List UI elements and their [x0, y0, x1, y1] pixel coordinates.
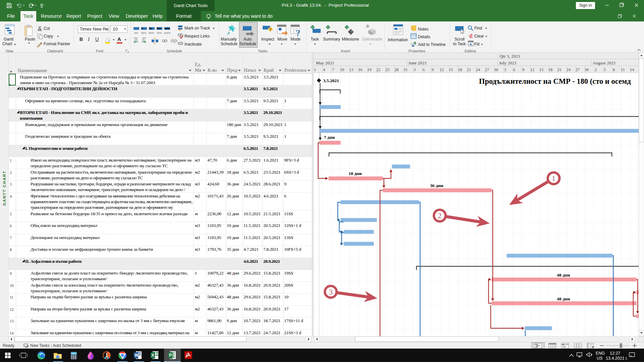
- svg-text:24: 24: [476, 67, 480, 72]
- svg-text:9: 9: [522, 67, 524, 72]
- svg-text:11: 11: [621, 67, 625, 72]
- svg-text:Qtr 3, 2021: Qtr 3, 2021: [500, 54, 521, 59]
- svg-text:14: 14: [630, 67, 634, 72]
- svg-text:12:27: 12:27: [610, 351, 620, 356]
- svg-text:8: 8: [613, 67, 615, 72]
- svg-text:15: 15: [539, 67, 544, 72]
- svg-text:US: US: [597, 356, 602, 361]
- svg-text:12: 12: [530, 67, 535, 72]
- svg-text:10: 10: [340, 67, 344, 72]
- svg-text:21: 21: [467, 67, 471, 72]
- svg-text:22: 22: [376, 67, 381, 72]
- svg-text:1: 1: [552, 174, 556, 183]
- svg-text:100%: 100%: [164, 32, 170, 35]
- svg-text:48 дни: 48 дни: [557, 296, 570, 301]
- svg-text:50%: 50%: [149, 32, 154, 35]
- svg-text:21: 21: [557, 67, 562, 72]
- svg-text:4: 4: [323, 67, 325, 72]
- svg-text:June 2021: June 2021: [409, 60, 427, 65]
- svg-text:31: 31: [404, 67, 408, 72]
- svg-text:6: 6: [513, 67, 515, 72]
- svg-text:Продължителност на СМР - 180 (: Продължителност на СМР - 180 (сто и осем…: [479, 77, 631, 85]
- svg-text:12: 12: [440, 67, 444, 72]
- svg-text:18 дни: 18 дни: [348, 171, 362, 176]
- svg-text:3: 3: [504, 67, 506, 72]
- svg-text:X: X: [152, 353, 154, 358]
- svg-text:5: 5: [604, 67, 606, 72]
- svg-text:W: W: [135, 353, 139, 358]
- svg-text:15: 15: [449, 67, 453, 72]
- svg-text:ENG: ENG: [596, 351, 605, 356]
- svg-text:36 дни: 36 дни: [430, 183, 443, 188]
- svg-text:August 2021: August 2021: [593, 60, 616, 65]
- svg-text:3: 3: [329, 288, 333, 296]
- svg-text:75%: 75%: [156, 32, 162, 35]
- svg-text:7: 7: [332, 67, 334, 72]
- svg-text:48 дни: 48 дни: [557, 273, 570, 278]
- svg-text:25: 25: [385, 67, 390, 72]
- svg-text:July 2021: July 2021: [499, 60, 517, 65]
- svg-text:30: 30: [585, 67, 589, 72]
- svg-text:2: 2: [595, 67, 597, 72]
- svg-text:28: 28: [394, 67, 399, 72]
- svg-text:P: P: [169, 353, 172, 358]
- svg-text:19: 19: [367, 67, 372, 72]
- svg-text:2: 2: [438, 212, 442, 220]
- svg-text:25%: 25%: [141, 32, 146, 35]
- svg-text:6: 6: [423, 67, 425, 72]
- svg-text:?: ?: [296, 28, 300, 37]
- svg-text:9: 9: [432, 67, 434, 72]
- svg-text:3: 3: [414, 67, 416, 72]
- svg-text:18: 18: [458, 67, 462, 72]
- svg-text:1: 1: [314, 67, 316, 72]
- svg-text:24: 24: [567, 67, 571, 72]
- svg-text:16: 16: [358, 67, 363, 72]
- svg-text:0%: 0%: [134, 32, 138, 35]
- svg-text:13: 13: [349, 67, 354, 72]
- svg-text:?: ?: [269, 27, 271, 32]
- svg-text:May 2021: May 2021: [316, 60, 334, 65]
- svg-text:18: 18: [548, 67, 553, 72]
- svg-text:13.4.2021 г.: 13.4.2021 г.: [606, 356, 628, 361]
- svg-text:27: 27: [576, 67, 580, 72]
- svg-text:27: 27: [485, 67, 489, 72]
- svg-text:3.5.2021: 3.5.2021: [323, 78, 339, 83]
- svg-text:30: 30: [494, 67, 498, 72]
- svg-text:7 дни: 7 дни: [324, 135, 335, 140]
